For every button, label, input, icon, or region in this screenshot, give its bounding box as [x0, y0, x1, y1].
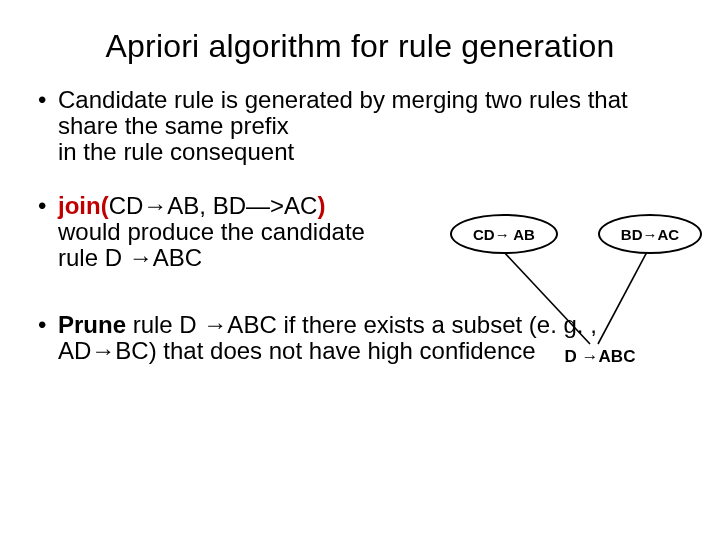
join-rule-1: CD→AB	[109, 192, 200, 219]
join-comma: ,	[199, 192, 212, 219]
bullet-3: Prune rule D →ABC if there exists a subs…	[36, 312, 618, 364]
bullet-1: Candidate rule is generated by merging t…	[36, 87, 684, 165]
slide: Apriori algorithm for rule generation Ca…	[0, 0, 720, 540]
join-keyword: join(	[58, 192, 109, 219]
prune-keyword: Prune	[58, 311, 126, 338]
bullet-1-text: Candidate rule is generated by merging t…	[58, 86, 628, 165]
bullet-2-line2: would produce the candidate	[58, 218, 365, 245]
join-rule-2: BD—>AC	[213, 192, 318, 219]
slide-title: Apriori algorithm for rule generation	[36, 28, 684, 65]
bullet-list: Candidate rule is generated by merging t…	[36, 87, 684, 364]
bullet-3-text: rule D →ABC if there exists a subset (e.…	[58, 311, 597, 364]
join-close: )	[317, 192, 325, 219]
bullet-2: join(CD→AB, BD—>AC) would produce the ca…	[36, 193, 478, 271]
bullet-2-line3: rule D →ABC	[58, 244, 202, 271]
